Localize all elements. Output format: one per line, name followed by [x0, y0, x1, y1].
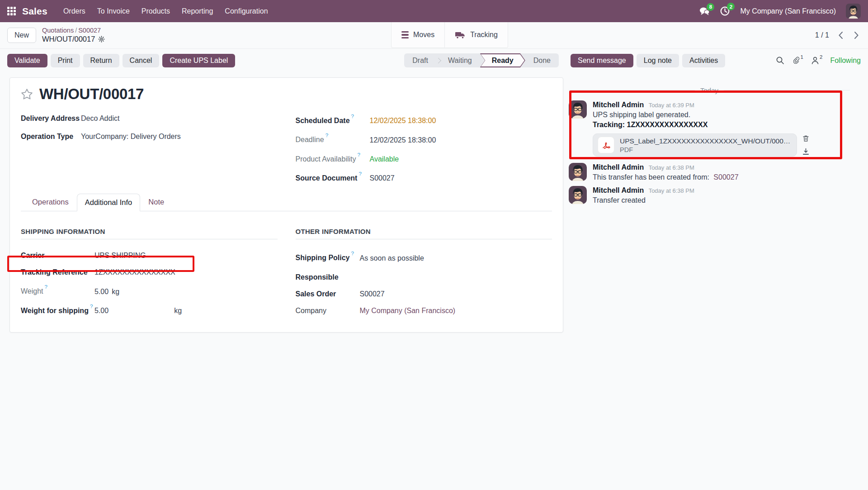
message-body: Transfer created — [593, 195, 850, 205]
notebook-tabs: Operations Additional Info Note — [21, 193, 552, 211]
menu-to-invoice[interactable]: To Invoice — [91, 0, 136, 22]
tracking-smart-button[interactable]: Tracking — [444, 22, 508, 48]
message-author[interactable]: Mitchell Admin — [593, 101, 644, 109]
download-attachment-icon[interactable] — [802, 148, 809, 155]
message-author[interactable]: Mitchell Admin — [593, 186, 644, 194]
form-sheet: WH/OUT/00017 Delivery Address Deco Addic… — [9, 77, 563, 333]
pager-count: 1 / 1 — [815, 31, 829, 39]
avatar[interactable] — [569, 186, 587, 204]
apps-grid-icon[interactable] — [7, 7, 16, 15]
chatter: Today Mitchell Admin Today at 6:39 PM UP… — [563, 77, 868, 212]
new-button[interactable]: New — [7, 28, 36, 43]
chatter-message-ups-label: Mitchell Admin Today at 6:39 PM UPS ship… — [569, 100, 850, 157]
carrier-value[interactable]: UPS SHIPPING — [94, 251, 146, 260]
tab-note[interactable]: Note — [140, 193, 172, 211]
weight-for-shipping-unit: kg — [174, 306, 182, 315]
followers-icon[interactable]: 2 — [811, 56, 822, 65]
message-time: Today at 6:38 PM — [649, 164, 694, 171]
pdf-file-icon — [598, 137, 614, 153]
create-ups-label-button[interactable]: Create UPS Label — [162, 54, 235, 67]
field-responsible: Responsible — [296, 271, 552, 282]
menu-products[interactable]: Products — [136, 0, 176, 22]
send-message-button[interactable]: Send message — [571, 54, 633, 67]
company-value[interactable]: My Company (San Francisco) — [360, 306, 456, 315]
field-company: Company My Company (San Francisco) — [296, 306, 552, 315]
field-shipping-policy: Shipping Policy? As soon as possible — [296, 251, 552, 262]
tab-additional-info[interactable]: Additional Info — [77, 194, 141, 211]
pager: 1 / 1 — [815, 29, 861, 41]
delete-attachment-icon[interactable] — [802, 135, 809, 142]
status-step-ready[interactable]: Ready — [480, 53, 525, 67]
delivery-address-value[interactable]: Deco Addict — [81, 114, 119, 123]
date-divider: Today — [569, 86, 850, 94]
attachment-type: PDF — [620, 146, 792, 153]
pager-next-icon[interactable] — [852, 29, 861, 41]
company-switcher[interactable]: My Company (San Francisco) — [740, 7, 836, 15]
menu-configuration[interactable]: Configuration — [219, 0, 274, 22]
messages-icon[interactable]: 8 — [699, 6, 710, 16]
chatter-controls: Send message Log note Activities 1 2 Fol… — [563, 54, 861, 67]
source-document-value[interactable]: S00027 — [370, 174, 395, 183]
breadcrumb-row: New Quotations/S00027 WH/OUT/00017 — [0, 22, 868, 48]
activities-clock-icon[interactable]: 2 — [720, 6, 730, 16]
message-author[interactable]: Mitchell Admin — [593, 163, 644, 171]
scheduled-date-value[interactable]: 12/02/2025 18:38:00 — [370, 116, 436, 125]
help-icon: ? — [351, 114, 354, 119]
chatter-message-created-from: Mitchell Admin Today at 6:38 PM This tra… — [569, 163, 850, 182]
status-step-done[interactable]: Done — [525, 53, 559, 67]
operation-type-value[interactable]: YourCompany: Delivery Orders — [81, 132, 181, 141]
deadline-value[interactable]: 12/02/2025 18:38:00 — [370, 136, 436, 145]
status-bar: Draft Waiting Ready Done — [404, 53, 559, 67]
user-avatar[interactable] — [846, 4, 861, 19]
avatar[interactable] — [569, 163, 587, 181]
breadcrumb-sale-order[interactable]: S00027 — [78, 27, 101, 34]
log-note-button[interactable]: Log note — [637, 54, 679, 67]
cancel-button[interactable]: Cancel — [123, 54, 160, 67]
weight-for-shipping-value[interactable]: 5.00 — [94, 306, 108, 315]
pager-previous-icon[interactable] — [836, 29, 845, 41]
status-step-waiting[interactable]: Waiting — [440, 53, 480, 67]
gear-icon[interactable] — [98, 36, 105, 43]
breadcrumb-current: WH/OUT/00017 — [42, 35, 95, 44]
help-icon: ? — [326, 133, 328, 138]
activities-button[interactable]: Activities — [682, 54, 725, 67]
attachment-filename: UPS_Label_1ZXXXXXXXXXXXXXXX_WH/OUT/00017… — [620, 137, 792, 145]
field-operation-type: Operation Type YourCompany: Delivery Ord… — [21, 132, 278, 141]
status-step-draft[interactable]: Draft — [404, 53, 436, 67]
menu-orders[interactable]: Orders — [57, 0, 91, 22]
attachment-card[interactable]: UPS_Label_1ZXXXXXXXXXXXXXXX_WH/OUT/00017… — [593, 133, 797, 157]
sales-order-value[interactable]: S00027 — [360, 290, 385, 299]
menu-reporting[interactable]: Reporting — [176, 0, 219, 22]
field-scheduled-date: Scheduled Date? 12/02/2025 18:38:00 — [296, 114, 552, 125]
shipping-policy-value[interactable]: As soon as possible — [360, 254, 424, 263]
attachments-icon[interactable]: 1 — [792, 56, 803, 65]
tracking-reference-value[interactable]: 1ZXXXXXXXXXXXXXXX — [94, 268, 175, 277]
other-information-heading: OTHER INFORMATION — [296, 228, 552, 239]
breadcrumb-quotations[interactable]: Quotations — [42, 27, 74, 34]
tab-operations[interactable]: Operations — [24, 193, 77, 211]
weight-unit: kg — [112, 287, 119, 296]
weight-value[interactable]: 5.00 — [94, 287, 108, 296]
help-icon: ? — [45, 284, 47, 290]
smart-button-box: Moves Tracking — [391, 22, 508, 48]
following-toggle[interactable]: Following — [830, 57, 861, 65]
tracking-number-line: Tracking: 1ZXXXXXXXXXXXXXXX — [593, 120, 850, 130]
breadcrumb: Quotations/S00027 WH/OUT/00017 — [42, 27, 105, 43]
return-button[interactable]: Return — [83, 54, 119, 67]
message-body: This transfer has been created from: S00… — [593, 172, 850, 182]
help-icon: ? — [359, 171, 361, 176]
source-order-link[interactable]: S00027 — [713, 173, 738, 181]
field-tracking-reference: Tracking Reference 1ZXXXXXXXXXXXXXXX — [21, 268, 278, 277]
validate-button[interactable]: Validate — [7, 54, 47, 67]
print-button[interactable]: Print — [51, 54, 80, 67]
favorite-star-icon[interactable] — [21, 88, 33, 100]
chatter-message-transfer-created: Mitchell Admin Today at 6:38 PM Transfer… — [569, 186, 850, 205]
search-messages-icon[interactable] — [776, 56, 784, 65]
moves-smart-button[interactable]: Moves — [392, 22, 444, 48]
avatar[interactable] — [569, 100, 587, 119]
top-navbar: Sales Orders To Invoice Products Reporti… — [0, 0, 868, 22]
action-bar: Validate Print Return Cancel Create UPS … — [0, 48, 868, 72]
app-name[interactable]: Sales — [22, 6, 47, 17]
help-icon: ? — [351, 251, 354, 256]
field-carrier: Carrier UPS SHIPPING — [21, 251, 278, 260]
